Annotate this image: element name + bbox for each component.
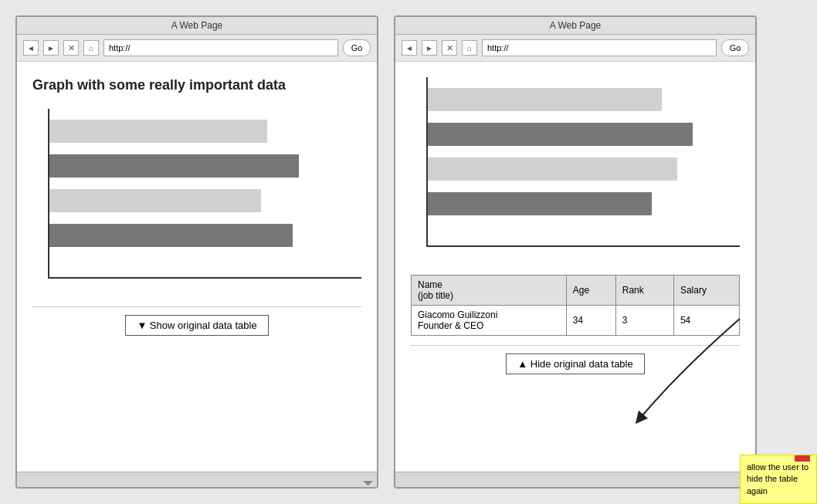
divider-left [32,306,361,307]
show-table-container: ▼ Show original data table [32,315,361,336]
home-button-left[interactable]: ⌂ [83,40,99,56]
bar-3-right [426,157,677,181]
go-button-left[interactable]: Go [343,39,371,56]
table-cell-age: 34 [566,306,615,336]
table-header-age: Age [566,276,615,306]
data-table: Name(job title) Age Rank Salary Giacomo … [411,275,740,336]
page-heading-left: Graph with some really important data [32,77,361,93]
divider-right [411,345,740,346]
bar-2-left [48,154,299,178]
bar-1-left [48,120,267,143]
browser-toolbar-left: ◄ ► ✕ ⌂ Go [17,35,377,62]
browser-titlebar-left: A Web Page [17,17,377,35]
forward-button-left[interactable]: ► [43,40,59,56]
table-row: Giacomo GuilizzoniFounder & CEO 34 3 54 [412,306,740,336]
table-header-salary: Salary [673,276,739,306]
chart-left [32,109,361,294]
browser-footer-left: ◢ [17,472,377,487]
sticky-note-tab [795,455,810,462]
bars-wrapper-left [48,109,361,263]
table-header-name: Name(job title) [412,276,567,306]
home-button-right[interactable]: ⌂ [462,40,477,56]
browser-title-right: A Web Page [550,20,602,31]
bar-4-left [48,224,293,247]
close-button-right[interactable]: ✕ [442,40,457,56]
chart-container-left [32,109,361,294]
browser-window-right: A Web Page ◄ ► ✕ ⌂ Go Name(job title) [394,15,757,489]
browser-titlebar-right: A Web Page [395,17,755,35]
browser-content-left: Graph with some really important data ▼ … [17,62,377,472]
bar-2-right [426,123,693,146]
browser-toolbar-right: ◄ ► ✕ ⌂ Go [395,35,755,62]
back-button-left[interactable]: ◄ [23,40,39,56]
address-bar-left[interactable] [103,39,338,56]
forward-button-right[interactable]: ► [422,40,437,56]
bars-wrapper-right [426,77,740,232]
browser-title-left: A Web Page [171,20,223,31]
table-cell-rank: 3 [615,306,673,336]
browser-window-left: A Web Page ◄ ► ✕ ⌂ Go Graph with some re… [15,15,378,489]
hide-table-container: ▲ Hide original data table [411,353,740,374]
table-header-rank: Rank [615,276,673,306]
bar-3-left [48,189,261,212]
resize-icon-right: ◢ [741,473,753,485]
go-button-right[interactable]: Go [721,39,749,56]
chart-right [411,77,740,262]
bar-1-right [426,88,662,111]
chart-container-right [411,77,740,262]
close-button-left[interactable]: ✕ [63,40,79,56]
table-cell-salary: 54 [673,306,739,336]
show-table-button[interactable]: ▼ Show original data table [125,315,268,336]
address-bar-right[interactable] [482,39,717,56]
browser-content-right: Name(job title) Age Rank Salary Giacomo … [395,62,755,472]
table-cell-name: Giacomo GuilizzoniFounder & CEO [412,306,567,336]
bar-4-right [426,192,652,215]
resize-icon-left: ◢ [362,473,375,485]
hide-table-button[interactable]: ▲ Hide original data table [506,353,644,374]
browser-footer-right: ◢ [395,472,755,487]
back-button-right[interactable]: ◄ [402,40,417,56]
